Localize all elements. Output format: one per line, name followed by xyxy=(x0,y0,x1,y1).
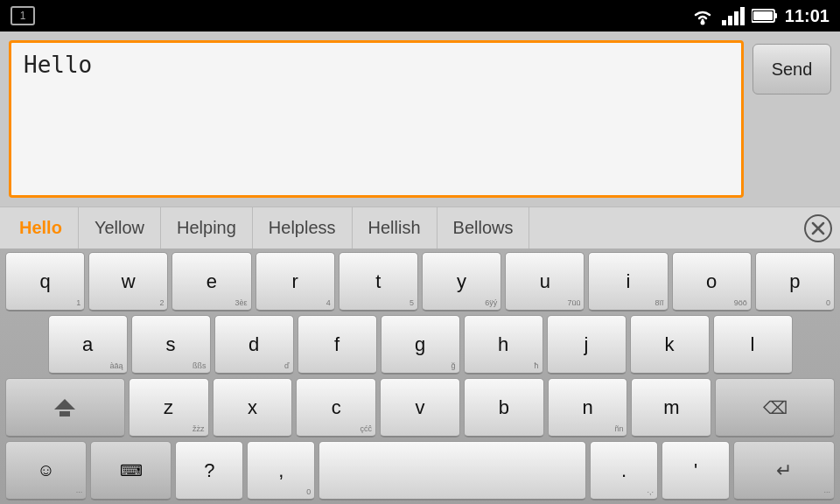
row2-spacer-left xyxy=(5,315,45,374)
key-z[interactable]: zžżz xyxy=(129,378,209,438)
key-o[interactable]: o9öō xyxy=(672,252,752,312)
suggestion-helpless[interactable]: Helpless xyxy=(253,207,353,248)
key-s[interactable]: sßßs xyxy=(131,315,211,374)
key-g[interactable]: gğ xyxy=(381,315,460,374)
key-h[interactable]: hħ xyxy=(464,315,543,374)
key-i[interactable]: i8ïī xyxy=(588,252,668,312)
suggestion-bellows[interactable]: Bellows xyxy=(438,207,530,248)
notification-icon: 1 xyxy=(10,6,35,25)
keyboard-row-4: ☺··· ⌨ ? ,0 .·,· ' ↵ ··· xyxy=(5,441,835,500)
battery-icon xyxy=(752,6,778,25)
key-b[interactable]: b xyxy=(464,378,544,438)
svg-point-0 xyxy=(700,21,704,25)
key-x[interactable]: x xyxy=(213,378,293,438)
signal-icon xyxy=(722,6,745,25)
notification-number: 1 xyxy=(20,10,26,22)
delete-key[interactable]: ⌫ xyxy=(715,378,835,438)
keyboard: q1 w2 e3èε r4 t5 y6ÿý u7üū i8ïī o9öō p0 … xyxy=(0,248,840,504)
key-period[interactable]: .·,· xyxy=(590,441,658,500)
key-question[interactable]: ? xyxy=(175,441,243,500)
keyboard-row-2: aàāą sßßs dď f gğ hħ j k l xyxy=(5,315,835,374)
key-d[interactable]: dď xyxy=(214,315,294,374)
suggestion-hellish[interactable]: Hellish xyxy=(353,207,438,248)
suggestion-close-button[interactable] xyxy=(800,210,836,247)
suggestion-hello[interactable]: Hello xyxy=(4,207,79,248)
key-q[interactable]: q1 xyxy=(5,252,85,312)
status-left: 1 xyxy=(10,6,35,25)
emoji-key[interactable]: ☺··· xyxy=(5,441,87,500)
time-display: 11:01 xyxy=(785,6,830,26)
delete-icon: ⌫ xyxy=(763,397,788,418)
key-a[interactable]: aàāą xyxy=(48,315,128,374)
key-w[interactable]: w2 xyxy=(88,252,168,312)
key-r[interactable]: r4 xyxy=(256,252,335,312)
key-y[interactable]: y6ÿý xyxy=(422,252,501,312)
keyboard-row-1: q1 w2 e3èε r4 t5 y6ÿý u7üū i8ïī o9öō p0 xyxy=(5,252,835,312)
svg-rect-4 xyxy=(740,7,745,25)
key-t[interactable]: t5 xyxy=(339,252,418,312)
key-apostrophe[interactable]: ' xyxy=(662,441,730,500)
svg-rect-1 xyxy=(722,20,726,25)
svg-rect-3 xyxy=(734,11,738,25)
key-n[interactable]: nñn xyxy=(548,378,628,438)
close-circle-icon xyxy=(804,214,832,242)
status-icons: 11:01 xyxy=(690,6,830,26)
row2-spacer-right xyxy=(796,315,836,374)
key-f[interactable]: f xyxy=(298,315,377,374)
key-comma[interactable]: ,0 xyxy=(247,441,315,500)
keyboard-row-3: zžżz x cçćĉ v b nñn m ⌫ xyxy=(5,378,835,438)
enter-icon: ↵ xyxy=(776,459,792,482)
send-button[interactable]: Send xyxy=(752,44,831,94)
svg-rect-6 xyxy=(774,13,777,18)
input-area: Hello Send xyxy=(0,32,840,206)
shift-key[interactable] xyxy=(5,378,125,438)
keyboard-switch-key[interactable]: ⌨ xyxy=(90,441,172,500)
shift-arrow-icon xyxy=(54,399,75,410)
enter-key[interactable]: ↵ ··· xyxy=(733,441,835,500)
key-k[interactable]: k xyxy=(630,315,710,374)
key-v[interactable]: v xyxy=(380,378,460,438)
suggestion-yellow[interactable]: Yellow xyxy=(79,207,161,248)
keyboard-icon: ⌨ xyxy=(120,461,143,480)
key-c[interactable]: cçćĉ xyxy=(296,378,376,438)
svg-rect-2 xyxy=(728,16,732,25)
key-e[interactable]: e3èε xyxy=(172,252,251,312)
suggestion-helping[interactable]: Helping xyxy=(161,207,253,248)
space-key[interactable] xyxy=(318,441,586,500)
text-input[interactable]: Hello xyxy=(9,40,744,198)
svg-rect-7 xyxy=(753,11,773,20)
key-u[interactable]: u7üū xyxy=(505,252,584,312)
shift-bar-icon xyxy=(60,411,70,416)
key-p[interactable]: p0 xyxy=(755,252,835,312)
wifi-icon xyxy=(690,6,715,25)
key-j[interactable]: j xyxy=(547,315,626,374)
suggestions-bar: Hello Yellow Helping Helpless Hellish Be… xyxy=(0,206,840,248)
status-bar: 1 11:01 xyxy=(0,0,840,32)
key-l[interactable]: l xyxy=(713,315,793,374)
key-m[interactable]: m xyxy=(631,378,711,438)
